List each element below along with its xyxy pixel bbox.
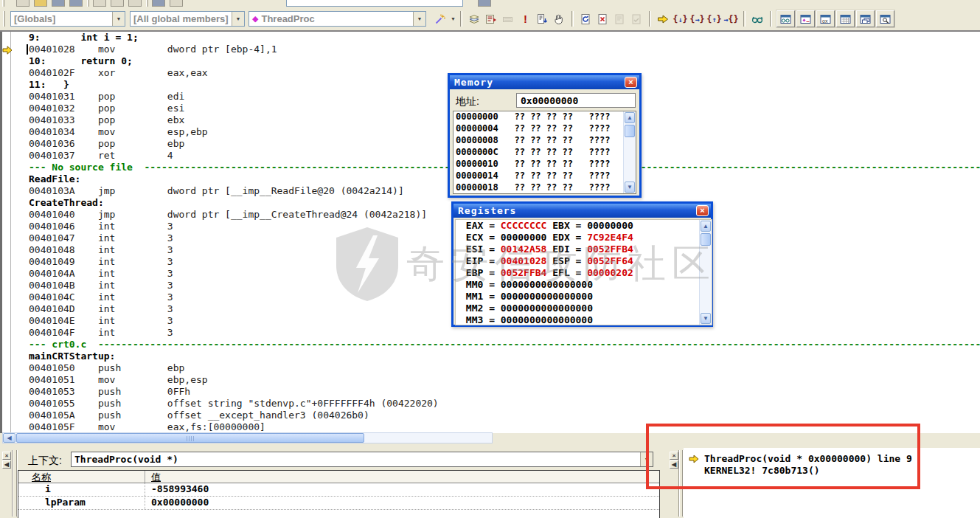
compile-icon[interactable]	[467, 11, 482, 27]
breakpoint-margin[interactable]	[2, 32, 11, 433]
horizontal-scrollbar[interactable]: ◀	[2, 432, 493, 443]
dock-arrow-icon[interactable]: ◀	[670, 460, 678, 469]
disassembly-line[interactable]: --- crt0.c -----------------------------…	[12, 339, 980, 350]
scrollbar-thumb[interactable]	[16, 433, 364, 443]
clipped-toolbar-button[interactable]	[152, 0, 165, 7]
disassembly-line[interactable]: 00401050 push ebp	[12, 362, 980, 374]
call-stack-frame[interactable]: ThreadProc(void * 0x00000000) line 9	[684, 453, 980, 465]
variable-value[interactable]: 0x00000000	[145, 497, 659, 509]
disassembly-line[interactable]: 00401055 push offset string "stdenvp.c"+…	[12, 398, 980, 410]
close-icon[interactable]: ×	[2, 452, 11, 460]
close-icon[interactable]: ×	[625, 77, 637, 88]
scroll-down-icon[interactable]: ▼	[625, 182, 635, 193]
registers-window-button[interactable]: ox	[816, 10, 835, 27]
scroll-up-icon[interactable]: ▲	[701, 221, 711, 232]
execute-program-icon[interactable]: !	[518, 11, 533, 27]
pane-drag-handle[interactable]	[12, 450, 17, 517]
disassembly-line[interactable]: 0040105A push offset __except_handler3 (…	[12, 410, 980, 421]
memory-row[interactable]: 00000010 ?? ?? ?? ?? ????	[453, 159, 636, 170]
clipped-toolbar-button[interactable]	[93, 0, 106, 7]
members-combo[interactable]: [All global members] ▼	[130, 11, 245, 27]
watch-window-button[interactable]	[776, 10, 795, 27]
memory-row[interactable]: 00000004 ?? ?? ?? ?? ????	[453, 123, 636, 135]
disassembly-window-button[interactable]	[876, 10, 894, 27]
chevron-down-icon[interactable]: ▼	[413, 12, 425, 26]
scroll-down-icon[interactable]: ▼	[701, 313, 711, 324]
clipped-toolbar-button[interactable]	[52, 0, 65, 7]
close-icon[interactable]: ×	[696, 205, 709, 216]
register-row[interactable]: MM2 = 0000000000000000	[456, 303, 712, 314]
memory-window-button[interactable]	[836, 10, 855, 27]
registers-list[interactable]: EAX = CCCCCCCC EBX = 00000000 ECX = 0000…	[455, 219, 712, 325]
step-out-icon[interactable]: {↑}	[706, 11, 722, 27]
build-icon[interactable]	[484, 11, 499, 27]
register-row[interactable]: MM0 = 0000000000000000	[456, 279, 712, 291]
memory-list[interactable]: 00000000 ?? ?? ?? ?? ????00000004 ?? ?? …	[453, 111, 636, 194]
stop-build-icon[interactable]	[501, 11, 516, 27]
run-to-cursor-icon[interactable]: →{}	[723, 11, 739, 27]
memory-row[interactable]: 00000018 ?? ?? ?? ?? ????	[453, 182, 636, 194]
quick-watch-icon[interactable]	[750, 11, 765, 27]
chevron-down-icon[interactable]: ▼	[232, 12, 244, 26]
context-combo[interactable]: ThreadProc(void *) ▼	[71, 452, 653, 467]
vertical-scrollbar[interactable]: ▲ ▼	[623, 111, 636, 193]
disassembly-line[interactable]: 9: int i = 1;	[12, 32, 980, 44]
disassembly-line[interactable]: 0040105F mov eax,fs:[00000000]	[12, 421, 980, 433]
register-row[interactable]: EBP = 0052FFB4 EFL = 00000202	[456, 267, 712, 279]
table-row[interactable]: i-858993460	[18, 483, 659, 497]
clipped-toolbar-button[interactable]	[111, 0, 124, 7]
memory-row[interactable]: 00000008 ?? ?? ?? ?? ????	[453, 135, 636, 147]
chevron-down-icon[interactable]: ▼	[451, 16, 456, 21]
chevron-down-icon[interactable]: ▼	[640, 452, 653, 466]
step-into-icon[interactable]: {↓}	[673, 11, 688, 27]
break-hand-icon[interactable]	[552, 11, 567, 27]
vertical-scrollbar[interactable]: ▲ ▼	[699, 220, 712, 325]
scope-combo[interactable]: [Globals] ▼	[10, 11, 125, 27]
call-stack-frame[interactable]: KERNEL32! 7c80b713()	[684, 465, 980, 477]
show-next-statement-icon[interactable]	[656, 11, 671, 27]
memory-window-titlebar[interactable]: Memory ×	[450, 75, 639, 89]
memory-row[interactable]: 00000014 ?? ?? ?? ?? ????	[453, 170, 636, 182]
address-input[interactable]	[516, 93, 636, 108]
register-row[interactable]: EIP = 00401028 ESP = 0052FF64	[456, 255, 712, 267]
disassembly-line[interactable]: 00401051 mov ebp,esp	[12, 374, 980, 386]
toolbar-grip[interactable]	[2, 0, 4, 7]
call-stack-frames[interactable]: ThreadProc(void * 0x00000000) line 9KERN…	[684, 448, 980, 518]
disassembly-line[interactable]: 00401028 mov dword ptr [ebp-4],1	[12, 44, 980, 55]
wizard-actions-button[interactable]	[432, 11, 448, 27]
memory-row[interactable]: 00000000 ?? ?? ?? ?? ????	[453, 111, 636, 123]
symbol-combo[interactable]: ◆ ThreadProc ▼	[249, 11, 426, 27]
clipped-toolbar-button[interactable]	[16, 0, 29, 7]
disassembly-line[interactable]: mainCRTStartup:	[12, 350, 980, 362]
disassembly-line[interactable]: 0040104F int 3	[12, 327, 980, 339]
scrollbar-thumb[interactable]	[625, 125, 635, 137]
pane-drag-handle[interactable]	[678, 450, 683, 517]
apply-code-changes-icon[interactable]	[629, 11, 644, 27]
step-over-icon[interactable]: {→}	[689, 11, 705, 27]
disassembly-line[interactable]: 00401053 push 0FFh	[12, 386, 980, 398]
table-row[interactable]: lpParam0x00000000	[18, 497, 659, 510]
register-row[interactable]: ECX = 00000000 EDX = 7C92E4F4	[456, 232, 712, 244]
chevron-down-icon[interactable]: ▼	[112, 12, 125, 26]
call-stack-window-button[interactable]	[856, 10, 875, 27]
clipped-toolbar-button[interactable]	[69, 0, 83, 7]
stop-debugging-icon[interactable]	[595, 11, 611, 27]
clipped-toolbar-button[interactable]	[128, 0, 142, 7]
registers-window-titlebar[interactable]: Registers ×	[453, 204, 711, 218]
scroll-left-icon[interactable]: ◀	[3, 433, 15, 443]
register-row[interactable]: MM1 = 0000000000000000	[456, 291, 712, 303]
scrollbar-thumb[interactable]	[701, 233, 711, 246]
variables-window-button[interactable]	[796, 10, 815, 27]
scroll-up-icon[interactable]: ▲	[625, 112, 635, 123]
close-icon[interactable]: ×	[670, 452, 678, 460]
break-execution-icon[interactable]	[612, 11, 628, 27]
clipped-find-combo[interactable]	[286, 0, 463, 7]
disassembly-line[interactable]: 10: return 0;	[12, 55, 980, 67]
toolbar-grip[interactable]	[3, 11, 5, 27]
clipped-toolbar-button[interactable]	[34, 0, 47, 7]
register-row[interactable]: ESI = 00142A58 EDI = 0052FFB4	[456, 244, 712, 255]
clipped-toolbar-button[interactable]	[170, 0, 183, 7]
register-row[interactable]: EAX = CCCCCCCC EBX = 00000000	[456, 220, 712, 232]
variable-value[interactable]: -858993460	[145, 483, 659, 496]
restart-debugging-icon[interactable]	[578, 11, 594, 27]
